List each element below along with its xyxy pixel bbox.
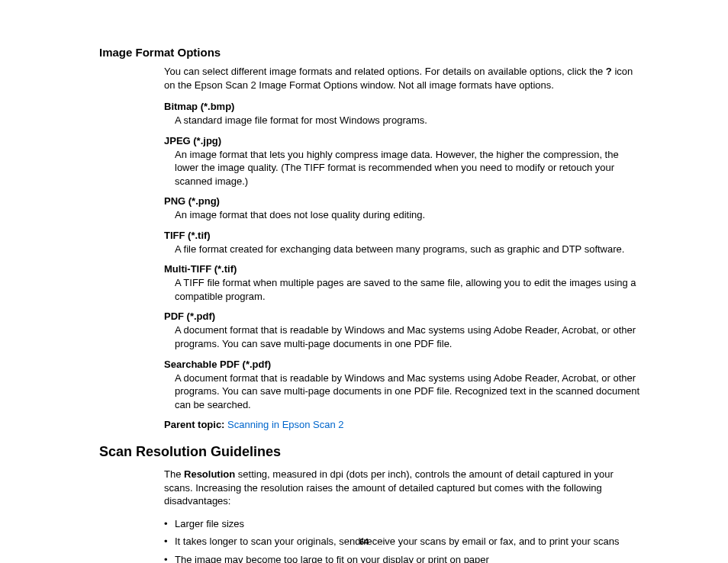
intro-scan-resolution: The Resolution setting, measured in dpi …	[164, 468, 644, 508]
heading-scan-resolution-guidelines: Scan Resolution Guidelines	[99, 444, 644, 460]
intro2-pre: The	[164, 468, 184, 480]
format-desc-tiff: A file format created for exchanging dat…	[175, 243, 644, 256]
parent-topic-label: Parent topic:	[164, 419, 224, 430]
format-term-tiff: TIFF (*.tif)	[164, 230, 644, 241]
format-term-searchable-pdf: Searchable PDF (*.pdf)	[164, 359, 644, 370]
format-desc-multitiff: A TIFF file format when multiple pages a…	[175, 276, 644, 303]
parent-topic-row: Parent topic: Scanning in Epson Scan 2	[164, 419, 644, 430]
format-term-bitmap: Bitmap (*.bmp)	[164, 101, 644, 112]
format-desc-pdf: A document format that is readable by Wi…	[175, 323, 644, 350]
intro2-bold: Resolution	[184, 468, 235, 480]
format-desc-png: An image format that does not lose quali…	[175, 208, 644, 222]
intro-image-format: You can select different image formats a…	[164, 65, 644, 92]
heading-image-format-options: Image Format Options	[99, 46, 644, 59]
list-item: Larger file sizes	[164, 517, 644, 531]
format-desc-searchable-pdf: A document format that is readable by Wi…	[175, 372, 644, 412]
list-item: The image may become too large to fit on…	[164, 553, 644, 563]
intro-text-pre: You can select different image formats a…	[164, 66, 606, 77]
format-term-jpeg: JPEG (*.jpg)	[164, 135, 644, 146]
format-desc-bitmap: A standard image file format for most Wi…	[175, 114, 644, 127]
format-desc-jpeg: An image format that lets you highly com…	[175, 148, 644, 188]
format-term-pdf: PDF (*.pdf)	[164, 310, 644, 322]
format-term-multitiff: Multi-TIFF (*.tif)	[164, 263, 644, 275]
page-number: 64	[0, 537, 728, 546]
format-term-png: PNG (*.png)	[164, 195, 644, 207]
help-icon-char: ?	[606, 66, 612, 77]
parent-topic-link[interactable]: Scanning in Epson Scan 2	[227, 419, 344, 430]
